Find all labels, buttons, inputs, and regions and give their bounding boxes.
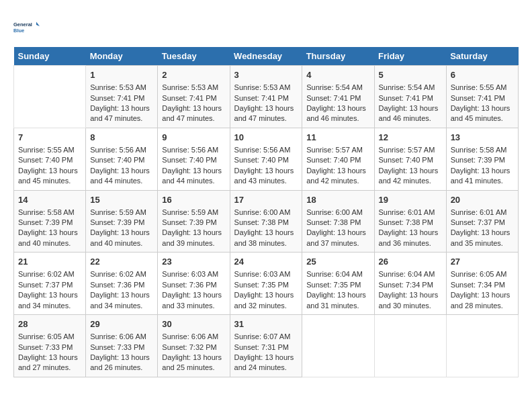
- daylight-text: Daylight: 13 hours and 34 minutes.: [90, 291, 150, 309]
- weekday-header: Thursday: [302, 47, 374, 66]
- weekday-header: Saturday: [446, 47, 518, 66]
- daylight-text: Daylight: 13 hours and 46 minutes.: [306, 104, 366, 122]
- day-number: 17: [234, 194, 298, 206]
- day-number: 20: [451, 194, 514, 206]
- sunset-text: Sunset: 7:40 PM: [379, 156, 433, 164]
- sunrise-text: Sunrise: 6:02 AM: [90, 270, 146, 278]
- daylight-text: Daylight: 13 hours and 44 minutes.: [162, 167, 222, 185]
- sunrise-text: Sunrise: 6:06 AM: [90, 332, 146, 340]
- day-number: 10: [234, 132, 298, 144]
- day-number: 8: [90, 132, 153, 144]
- sunrise-text: Sunrise: 6:01 AM: [451, 208, 507, 216]
- sunrise-text: Sunrise: 5:56 AM: [90, 146, 146, 154]
- day-number: 2: [162, 69, 225, 81]
- day-number: 12: [379, 132, 442, 144]
- daylight-text: Daylight: 13 hours and 47 minutes.: [90, 104, 150, 122]
- sunrise-text: Sunrise: 5:57 AM: [306, 146, 363, 154]
- daylight-text: Daylight: 13 hours and 42 minutes.: [379, 167, 439, 185]
- sunrise-text: Sunrise: 6:01 AM: [379, 208, 435, 216]
- svg-text:General: General: [13, 21, 32, 28]
- calendar-cell: 24Sunrise: 6:03 AMSunset: 7:35 PMDayligh…: [230, 253, 302, 315]
- day-number: 13: [451, 132, 514, 144]
- daylight-text: Daylight: 13 hours and 37 minutes.: [306, 228, 366, 246]
- calendar-week-row: 1Sunrise: 5:53 AMSunset: 7:41 PMDaylight…: [14, 66, 519, 128]
- calendar-cell: 7Sunrise: 5:55 AMSunset: 7:40 PMDaylight…: [14, 128, 86, 190]
- day-number: 5: [379, 69, 442, 81]
- calendar-cell: 20Sunrise: 6:01 AMSunset: 7:37 PMDayligh…: [446, 190, 518, 253]
- calendar-cell: 30Sunrise: 6:06 AMSunset: 7:32 PMDayligh…: [158, 315, 230, 377]
- day-number: 26: [379, 256, 442, 268]
- day-number: 11: [306, 132, 369, 144]
- calendar-cell: 11Sunrise: 5:57 AMSunset: 7:40 PMDayligh…: [302, 128, 374, 190]
- day-number: 4: [306, 69, 369, 81]
- day-number: 27: [451, 256, 514, 268]
- sunrise-text: Sunrise: 5:56 AM: [162, 146, 218, 154]
- sunset-text: Sunset: 7:41 PM: [162, 94, 216, 102]
- calendar-cell: 16Sunrise: 5:59 AMSunset: 7:39 PMDayligh…: [158, 190, 230, 253]
- calendar-cell: 23Sunrise: 6:03 AMSunset: 7:36 PMDayligh…: [158, 253, 230, 315]
- calendar-cell: [14, 66, 86, 128]
- calendar-week-row: 21Sunrise: 6:02 AMSunset: 7:37 PMDayligh…: [14, 253, 519, 315]
- daylight-text: Daylight: 13 hours and 35 minutes.: [451, 228, 511, 246]
- sunset-text: Sunset: 7:41 PM: [234, 94, 289, 102]
- calendar-cell: 21Sunrise: 6:02 AMSunset: 7:37 PMDayligh…: [14, 253, 86, 315]
- daylight-text: Daylight: 13 hours and 25 minutes.: [162, 353, 222, 371]
- sunrise-text: Sunrise: 5:59 AM: [90, 208, 146, 216]
- day-number: 19: [379, 194, 442, 206]
- calendar-cell: 28Sunrise: 6:05 AMSunset: 7:33 PMDayligh…: [14, 315, 86, 377]
- header-row: SundayMondayTuesdayWednesdayThursdayFrid…: [14, 47, 519, 66]
- sunset-text: Sunset: 7:33 PM: [18, 343, 73, 351]
- sunrise-text: Sunrise: 5:54 AM: [306, 83, 363, 91]
- day-number: 23: [162, 256, 225, 268]
- sunset-text: Sunset: 7:41 PM: [306, 94, 361, 102]
- daylight-text: Daylight: 13 hours and 30 minutes.: [379, 291, 439, 309]
- day-number: 6: [451, 69, 514, 81]
- sunrise-text: Sunrise: 6:06 AM: [162, 332, 218, 340]
- page-header: General Blue: [13, 13, 519, 40]
- sunset-text: Sunset: 7:38 PM: [306, 218, 361, 226]
- sunset-text: Sunset: 7:31 PM: [234, 343, 289, 351]
- day-number: 31: [234, 318, 298, 330]
- daylight-text: Daylight: 13 hours and 31 minutes.: [306, 291, 366, 309]
- sunrise-text: Sunrise: 5:59 AM: [162, 208, 218, 216]
- daylight-text: Daylight: 13 hours and 32 minutes.: [234, 291, 294, 309]
- daylight-text: Daylight: 13 hours and 40 minutes.: [90, 228, 150, 246]
- sunset-text: Sunset: 7:39 PM: [451, 156, 505, 164]
- sunset-text: Sunset: 7:40 PM: [306, 156, 361, 164]
- sunrise-text: Sunrise: 6:07 AM: [234, 332, 291, 340]
- day-number: 29: [90, 318, 153, 330]
- daylight-text: Daylight: 13 hours and 45 minutes.: [451, 104, 511, 122]
- calendar-cell: 9Sunrise: 5:56 AMSunset: 7:40 PMDaylight…: [158, 128, 230, 190]
- sunrise-text: Sunrise: 6:00 AM: [234, 208, 291, 216]
- sunrise-text: Sunrise: 5:58 AM: [18, 208, 75, 216]
- sunrise-text: Sunrise: 5:53 AM: [162, 83, 218, 91]
- sunset-text: Sunset: 7:36 PM: [90, 281, 144, 289]
- day-number: 9: [162, 132, 225, 144]
- daylight-text: Daylight: 13 hours and 47 minutes.: [234, 104, 294, 122]
- daylight-text: Daylight: 13 hours and 24 minutes.: [234, 353, 294, 371]
- calendar-table: SundayMondayTuesdayWednesdayThursdayFrid…: [13, 47, 519, 377]
- daylight-text: Daylight: 13 hours and 42 minutes.: [306, 167, 366, 185]
- day-number: 15: [90, 194, 153, 206]
- weekday-header: Monday: [86, 47, 158, 66]
- calendar-cell: 15Sunrise: 5:59 AMSunset: 7:39 PMDayligh…: [86, 190, 158, 253]
- sunrise-text: Sunrise: 6:04 AM: [306, 270, 363, 278]
- sunrise-text: Sunrise: 6:05 AM: [18, 332, 75, 340]
- day-number: 30: [162, 318, 225, 330]
- sunset-text: Sunset: 7:39 PM: [18, 218, 73, 226]
- sunset-text: Sunset: 7:32 PM: [162, 343, 216, 351]
- calendar-cell: 17Sunrise: 6:00 AMSunset: 7:38 PMDayligh…: [230, 190, 302, 253]
- daylight-text: Daylight: 13 hours and 36 minutes.: [379, 228, 439, 246]
- calendar-week-row: 14Sunrise: 5:58 AMSunset: 7:39 PMDayligh…: [14, 190, 519, 253]
- daylight-text: Daylight: 13 hours and 41 minutes.: [451, 167, 511, 185]
- daylight-text: Daylight: 13 hours and 47 minutes.: [162, 104, 222, 122]
- sunrise-text: Sunrise: 6:04 AM: [379, 270, 435, 278]
- calendar-cell: 14Sunrise: 5:58 AMSunset: 7:39 PMDayligh…: [14, 190, 86, 253]
- sunrise-text: Sunrise: 6:02 AM: [18, 270, 75, 278]
- sunset-text: Sunset: 7:37 PM: [18, 281, 73, 289]
- weekday-header: Sunday: [14, 47, 86, 66]
- daylight-text: Daylight: 13 hours and 28 minutes.: [451, 291, 511, 309]
- sunrise-text: Sunrise: 5:53 AM: [90, 83, 146, 91]
- sunrise-text: Sunrise: 6:05 AM: [451, 270, 507, 278]
- sunrise-text: Sunrise: 6:03 AM: [234, 270, 291, 278]
